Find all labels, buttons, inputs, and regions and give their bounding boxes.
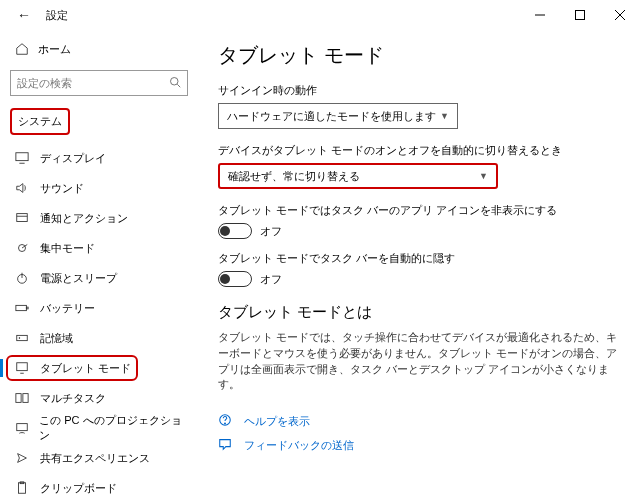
nav-projection[interactable]: この PC へのプロジェクション [0, 413, 198, 443]
home-label: ホーム [38, 42, 71, 57]
help-link-text: ヘルプを表示 [244, 414, 310, 429]
auto-switch-value: 確認せず、常に切り替える [228, 169, 360, 184]
minimize-button[interactable] [520, 0, 560, 30]
power-icon [14, 271, 30, 285]
feedback-icon [218, 437, 234, 453]
signin-behavior-value: ハードウェアに適したモードを使用します [227, 109, 436, 124]
nav-notifications[interactable]: 通知とアクション [0, 203, 198, 233]
hide-icons-state: オフ [260, 224, 282, 239]
auto-switch-dropdown[interactable]: 確認せず、常に切り替える ▼ [218, 163, 498, 189]
nav-focus[interactable]: 集中モード [0, 233, 198, 263]
search-icon [169, 76, 181, 90]
hide-taskbar-toggle[interactable] [218, 271, 252, 287]
home-nav[interactable]: ホーム [0, 34, 198, 64]
svg-point-25 [225, 423, 226, 424]
hide-icons-toggle[interactable] [218, 223, 252, 239]
help-icon [218, 413, 234, 429]
nav-shared[interactable]: 共有エクスペリエンス [0, 443, 198, 473]
hide-taskbar-state: オフ [260, 272, 282, 287]
notification-icon [14, 211, 30, 225]
category-system[interactable]: システム [10, 108, 70, 135]
about-heading: タブレット モードとは [218, 303, 620, 322]
content-area: タブレット モード サインイン時の動作 ハードウェアに適したモードを使用します … [198, 30, 640, 500]
toggle-knob [220, 226, 230, 236]
focus-icon [14, 241, 30, 255]
window-title: 設定 [46, 8, 68, 23]
close-button[interactable] [600, 0, 640, 30]
nav-sound[interactable]: サウンド [0, 173, 198, 203]
sound-icon [14, 181, 30, 195]
search-input[interactable] [17, 77, 169, 89]
feedback-link[interactable]: フィードバックの送信 [218, 437, 620, 453]
search-box[interactable] [10, 70, 188, 96]
svg-line-5 [177, 84, 180, 87]
storage-icon [14, 331, 30, 345]
auto-switch-label: デバイスがタブレット モードのオンとオフを自動的に切り替えるとき [218, 143, 620, 158]
svg-rect-8 [17, 214, 28, 222]
svg-point-16 [19, 338, 20, 339]
tablet-icon [14, 361, 30, 375]
nav-tablet-mode[interactable]: タブレット モード [0, 353, 198, 383]
battery-icon [14, 301, 30, 315]
display-icon [14, 151, 30, 165]
nav-clipboard[interactable]: クリップボード [0, 473, 198, 500]
svg-rect-15 [17, 335, 28, 340]
nav-power[interactable]: 電源とスリープ [0, 263, 198, 293]
about-description: タブレット モードでは、タッチ操作に合わせてデバイスが最適化されるため、キーボー… [218, 330, 620, 393]
svg-rect-17 [17, 363, 28, 371]
feedback-link-text: フィードバックの送信 [244, 438, 354, 453]
toggle-knob [220, 274, 230, 284]
help-link[interactable]: ヘルプを表示 [218, 413, 620, 429]
svg-rect-22 [19, 483, 26, 494]
nav-multitask[interactable]: マルチタスク [0, 383, 198, 413]
nav-battery[interactable]: バッテリー [0, 293, 198, 323]
svg-rect-13 [16, 305, 27, 310]
signin-behavior-dropdown[interactable]: ハードウェアに適したモードを使用します ▼ [218, 103, 458, 129]
projection-icon [14, 421, 29, 435]
chevron-down-icon: ▼ [479, 171, 488, 181]
clipboard-icon [14, 481, 30, 495]
svg-rect-1 [576, 11, 585, 20]
sidebar: ホーム システム ディスプレイ サウンド 通知とアクション 集中モード 電源とス… [0, 30, 198, 500]
multitask-icon [14, 391, 30, 405]
hide-icons-label: タブレット モードではタスク バーのアプリ アイコンを非表示にする [218, 203, 620, 218]
maximize-button[interactable] [560, 0, 600, 30]
svg-rect-20 [23, 394, 28, 403]
signin-behavior-label: サインイン時の動作 [218, 83, 620, 98]
svg-rect-6 [16, 153, 28, 161]
share-icon [14, 451, 30, 465]
hide-taskbar-label: タブレット モードでタスク バーを自動的に隠す [218, 251, 620, 266]
home-icon [14, 42, 30, 56]
back-button[interactable]: ← [10, 1, 38, 29]
svg-point-10 [19, 245, 26, 252]
svg-rect-21 [16, 424, 27, 431]
svg-rect-14 [26, 307, 28, 309]
chevron-down-icon: ▼ [440, 111, 449, 121]
page-title: タブレット モード [218, 42, 620, 69]
svg-point-4 [171, 78, 179, 86]
nav-storage[interactable]: 記憶域 [0, 323, 198, 353]
svg-rect-19 [16, 394, 21, 403]
nav-display[interactable]: ディスプレイ [0, 143, 198, 173]
